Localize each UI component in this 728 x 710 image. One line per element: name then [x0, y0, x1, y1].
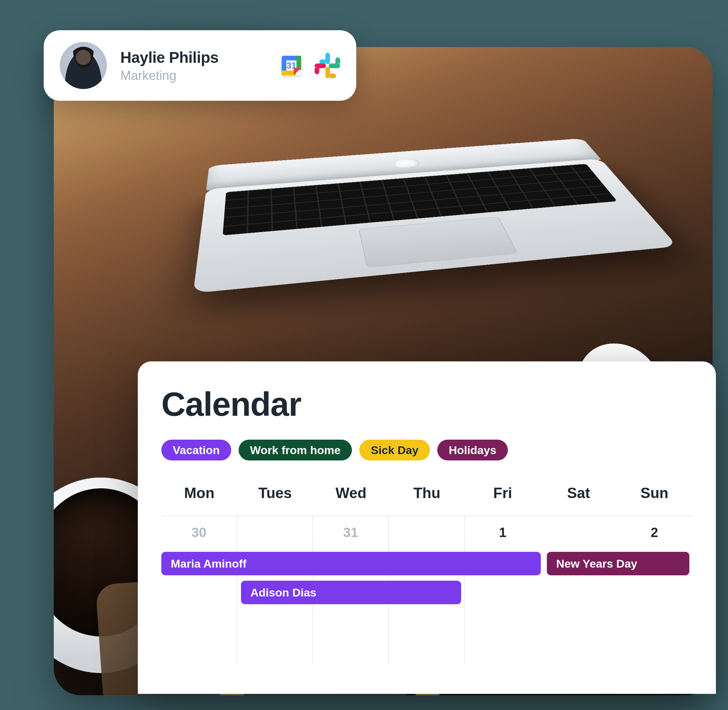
- google-calendar-icon[interactable]: 31: [279, 54, 303, 77]
- day-number: [237, 516, 313, 525]
- event-maria-aminoff[interactable]: Maria Aminoff: [161, 552, 541, 575]
- legend-pill-work-from-home[interactable]: Work from home: [239, 440, 352, 461]
- avatar: [60, 42, 107, 89]
- day-number: 31: [313, 516, 388, 540]
- weekday-row: MonTuesWedThuFriSatSun: [161, 485, 693, 502]
- weekday-mon: Mon: [161, 485, 237, 502]
- legend-pill-vacation[interactable]: Vacation: [161, 440, 231, 461]
- day-number: [541, 516, 617, 525]
- profile-name: Haylie Philips: [120, 48, 266, 66]
- weekday-thu: Thu: [389, 485, 465, 502]
- profile-role: Marketing: [120, 69, 266, 83]
- weekday-tues: Tues: [237, 485, 313, 502]
- day-number: [389, 516, 464, 525]
- event-new-years-day[interactable]: New Years Day: [547, 552, 689, 575]
- weekday-wed: Wed: [313, 485, 389, 502]
- weekday-sat: Sat: [541, 485, 617, 502]
- legend-pill-sick-day[interactable]: Sick Day: [359, 440, 430, 461]
- calendar-title: Calendar: [161, 385, 693, 424]
- weekday-sun: Sun: [616, 485, 693, 502]
- slack-icon[interactable]: [315, 53, 340, 78]
- day-cell[interactable]: 30: [161, 516, 237, 664]
- day-cell[interactable]: 1: [465, 516, 541, 664]
- day-number: 30: [161, 516, 237, 540]
- legend-pill-holidays[interactable]: Holidays: [437, 440, 508, 461]
- weekday-fri: Fri: [465, 485, 541, 502]
- calendar-panel: Calendar VacationWork from homeSick DayH…: [138, 361, 716, 694]
- day-cell[interactable]: [541, 516, 617, 664]
- day-number: 2: [616, 516, 693, 540]
- profile-card[interactable]: Haylie Philips Marketing 31: [44, 30, 356, 101]
- event-adison-dias[interactable]: Adison Dias: [241, 581, 461, 604]
- day-cell[interactable]: 2: [616, 516, 693, 664]
- day-number: 1: [465, 516, 541, 540]
- calendar-legend: VacationWork from homeSick DayHolidays: [161, 440, 693, 461]
